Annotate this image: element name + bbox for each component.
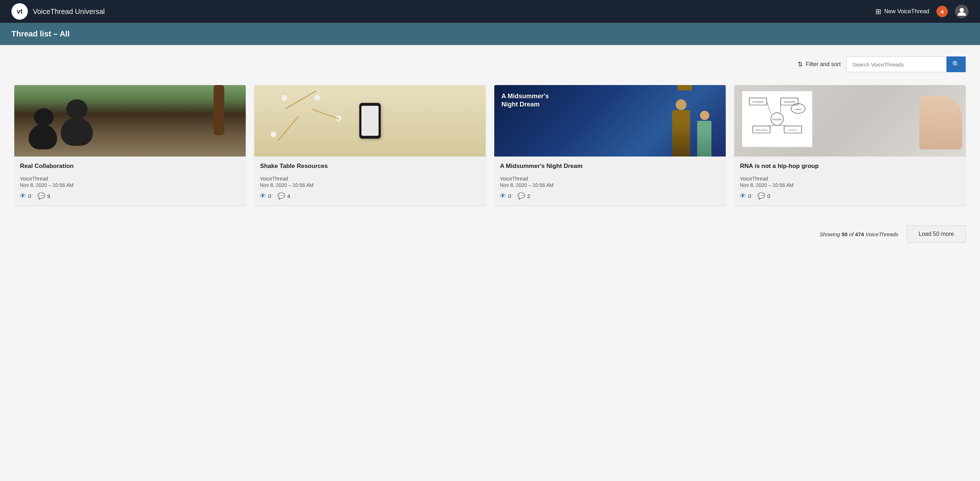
- svg-text:STUDENT: STUDENT: [752, 101, 764, 103]
- card-thumbnail: [14, 85, 246, 156]
- cards-grid: Real Collaboration VoiceThread Nov 8, 20…: [14, 85, 966, 205]
- comment-stat: 💬 0: [757, 192, 770, 200]
- card-thumbnail: A Midsummer'sNight Dream: [494, 85, 726, 156]
- search-icon: 🔍: [952, 61, 960, 68]
- card-body: Shake Table Resources VoiceThread Nov 8,…: [254, 156, 486, 205]
- load-more-button[interactable]: Load 50 more: [907, 226, 966, 243]
- app-logo: vt: [11, 3, 28, 20]
- eye-icon: 👁: [500, 193, 506, 200]
- card-thumbnail: [254, 85, 486, 156]
- svg-line-14: [777, 126, 788, 126]
- thread-list-bar: Thread list – All: [0, 23, 980, 45]
- card-date: Nov 8, 2020 – 10:56 AM: [500, 182, 720, 188]
- card-title: A Midsummer's Night Dream: [500, 162, 720, 170]
- showing-count: 50: [842, 231, 848, 237]
- comment-count: 9: [47, 193, 50, 199]
- filter-icon: ⇅: [797, 61, 803, 68]
- card-stats: 👁 0 💬 9: [20, 192, 240, 200]
- comment-icon: 💬: [757, 192, 765, 200]
- view-count: 0: [28, 193, 31, 199]
- user-avatar[interactable]: [955, 5, 969, 18]
- card-stats: 👁 0 💬 0: [740, 192, 960, 200]
- svg-point-0: [959, 8, 964, 12]
- showing-total: 474: [855, 231, 864, 237]
- plus-icon: ⊞: [875, 7, 881, 16]
- footer-row: Showing 50 of 474 VoiceThreads Load 50 m…: [14, 220, 966, 248]
- thread-list-title: Thread list – All: [11, 29, 969, 38]
- card-title: Shake Table Resources: [260, 162, 480, 170]
- card-date: Nov 8, 2020 – 10:56 AM: [260, 182, 480, 188]
- new-voicethread-button[interactable]: ⊞ New VoiceThread: [875, 7, 929, 16]
- view-stat: 👁 0: [500, 193, 511, 200]
- app-header: vt VoiceThread Universal ⊞ New VoiceThre…: [0, 0, 980, 23]
- card-title: RNA is not a hip-hop group: [740, 162, 960, 170]
- comment-count: 0: [767, 193, 770, 199]
- card-author: VoiceThread: [500, 176, 720, 182]
- comment-count: 4: [287, 193, 290, 199]
- app-title: VoiceThread Universal: [33, 8, 105, 16]
- header-right: ⊞ New VoiceThread 4: [875, 5, 969, 18]
- comment-icon: 💬: [517, 192, 525, 200]
- svg-text:OUTPUT: OUTPUT: [789, 129, 797, 131]
- filter-sort-label: Filter and sort: [806, 61, 841, 67]
- card-author: VoiceThread: [20, 176, 240, 182]
- comment-stat: 💬 2: [517, 192, 530, 200]
- filter-sort-button[interactable]: ⇅ Filter and sort: [797, 61, 841, 68]
- card-stats: 👁 0 💬 2: [500, 192, 720, 200]
- comment-stat: 💬 9: [38, 192, 50, 200]
- card-date: Nov 8, 2020 – 10:56 AM: [20, 182, 240, 188]
- view-stat: 👁 0: [740, 193, 751, 200]
- view-count: 0: [268, 193, 271, 199]
- card-author: VoiceThread: [260, 176, 480, 182]
- comment-count: 2: [527, 193, 530, 199]
- card-stats: 👁 0 💬 4: [260, 192, 480, 200]
- header-left: vt VoiceThread Universal: [11, 3, 105, 20]
- card-body: Real Collaboration VoiceThread Nov 8, 20…: [14, 156, 246, 205]
- svg-line-11: [767, 102, 771, 114]
- showing-text: Showing 50 of 474 VoiceThreads: [819, 231, 898, 237]
- search-input[interactable]: [846, 56, 947, 72]
- svg-text:ENGINE: ENGINE: [773, 118, 782, 121]
- main-content: ⇅ Filter and sort 🔍 Real Collaboration V…: [0, 45, 980, 260]
- search-button[interactable]: 🔍: [947, 56, 966, 72]
- svg-text:RESOURCE: RESOURCE: [756, 129, 767, 131]
- new-voicethread-label: New VoiceThread: [884, 8, 929, 15]
- comment-icon: 💬: [277, 192, 285, 200]
- card-item[interactable]: A Midsummer'sNight Dream A Midsummer's N…: [494, 85, 726, 205]
- filter-row: ⇅ Filter and sort 🔍: [14, 56, 966, 72]
- eye-icon: 👁: [260, 193, 266, 200]
- card-thumbnail: STUDENT TEACHER ENGINE RESOURCE OUTPUT: [734, 85, 966, 156]
- view-stat: 👁 0: [20, 193, 31, 200]
- card-author: VoiceThread: [740, 176, 960, 182]
- card-item[interactable]: STUDENT TEACHER ENGINE RESOURCE OUTPUT: [734, 85, 966, 205]
- svg-text:TEACHER: TEACHER: [784, 101, 795, 103]
- card-body: RNA is not a hip-hop group VoiceThread N…: [734, 156, 966, 205]
- eye-icon: 👁: [20, 193, 26, 200]
- search-container: 🔍: [846, 56, 966, 72]
- card-item[interactable]: Shake Table Resources VoiceThread Nov 8,…: [254, 85, 486, 205]
- view-count: 0: [748, 193, 751, 199]
- card-title: Real Collaboration: [20, 162, 240, 170]
- card-item[interactable]: Real Collaboration VoiceThread Nov 8, 20…: [14, 85, 246, 205]
- svg-text:ADMIN: ADMIN: [795, 108, 802, 110]
- eye-icon: 👁: [740, 193, 746, 200]
- card-date: Nov 8, 2020 – 10:56 AM: [740, 182, 960, 188]
- view-stat: 👁 0: [260, 193, 271, 200]
- view-count: 0: [508, 193, 511, 199]
- notification-badge[interactable]: 4: [936, 6, 948, 17]
- svg-line-13: [767, 126, 777, 126]
- comment-stat: 💬 4: [277, 192, 290, 200]
- comment-icon: 💬: [38, 192, 45, 200]
- card-body: A Midsummer's Night Dream VoiceThread No…: [494, 156, 726, 205]
